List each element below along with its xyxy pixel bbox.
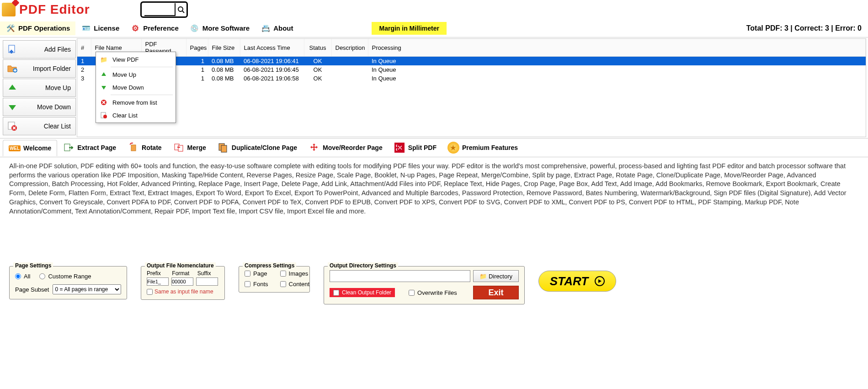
suffix-label: Suffix <box>197 270 219 277</box>
chk-page[interactable]: Page <box>245 270 268 277</box>
page-subset-label: Page Subset <box>15 286 49 293</box>
legend: Compress Settings <box>243 262 296 269</box>
button-label: Move Down <box>37 103 71 111</box>
format-input[interactable] <box>171 277 193 286</box>
tab-label: Merge <box>187 144 206 151</box>
search-input[interactable] <box>144 3 175 16</box>
tab-split[interactable]: Split PDF <box>388 140 442 155</box>
suffix-input[interactable] <box>196 277 218 286</box>
ctx-label: Clear List <box>112 112 138 119</box>
add-files-button[interactable]: Add Files <box>3 40 76 59</box>
radio-all[interactable]: All <box>15 273 30 280</box>
file-grid[interactable]: # File Name PDF Password Pages File Size… <box>77 38 866 137</box>
start-label: START <box>550 274 588 288</box>
clear-list-button[interactable]: Clear List <box>3 117 76 135</box>
exit-button[interactable]: Exit <box>473 286 519 299</box>
tab-label: Welcome <box>23 144 51 152</box>
ctx-move-down[interactable]: Move Down <box>97 81 175 94</box>
menu-license[interactable]: 🪪 License <box>75 21 125 35</box>
output-directory-input[interactable] <box>330 270 470 282</box>
col-index[interactable]: # <box>77 39 91 57</box>
welcome-description: All-in-one PDF solution, PDF editing wit… <box>0 157 868 262</box>
menu-label: PDF Operations <box>18 24 70 32</box>
app-logo: PDF Editor <box>2 2 90 17</box>
move-down-button[interactable]: Move Down <box>3 98 76 116</box>
tab-label: Premium Features <box>462 144 518 151</box>
tools-icon: 🛠️ <box>5 23 16 33</box>
col-last-access[interactable]: Last Access Time <box>240 39 304 57</box>
table-row[interactable]: 110.08 MB06-08-2021 19:06:41OKIn Queue <box>77 57 866 66</box>
ctx-view-pdf[interactable]: 📁 View PDF <box>97 53 175 66</box>
chk-content[interactable]: Content <box>280 281 310 288</box>
move-arrows-icon <box>308 142 320 154</box>
button-label: Import Folder <box>33 65 71 72</box>
page-subset-select[interactable]: 0 = All pages in range <box>53 284 121 294</box>
ctx-move-up[interactable]: Move Up <box>97 68 175 81</box>
menu-label: More Software <box>202 24 250 32</box>
about-icon: 📇 <box>261 23 271 33</box>
search-icon <box>177 6 185 13</box>
menu-more-software[interactable]: 💿 More Software <box>184 21 255 35</box>
menu-label: Preference <box>143 24 179 32</box>
directory-button[interactable]: 📁 Directory <box>473 270 519 282</box>
import-folder-button[interactable]: Import Folder <box>3 59 76 78</box>
tab-move-reorder[interactable]: Move/Reorder Page <box>303 140 388 155</box>
premium-icon: ★ <box>447 142 459 154</box>
ctx-label: Move Up <box>112 71 136 78</box>
chk-images[interactable]: Images <box>280 270 310 277</box>
ctx-label: Remove from list <box>112 99 157 106</box>
prefix-input[interactable] <box>147 277 169 286</box>
tab-welcome[interactable]: WEL Welcome <box>3 140 57 156</box>
overwrite-checkbox[interactable]: Overwrite Files <box>409 289 457 296</box>
button-label: Add Files <box>44 46 71 53</box>
ctx-remove[interactable]: Remove from list <box>97 96 175 109</box>
tab-duplicate[interactable]: Duplicate/Clone Page <box>212 140 303 155</box>
clear-list-icon <box>7 121 18 132</box>
search-button[interactable] <box>175 3 186 16</box>
chk-fonts[interactable]: Fonts <box>245 281 268 288</box>
compress-settings-group: Compress Settings Page Fonts Images Cont… <box>239 266 310 293</box>
start-button[interactable]: START <box>538 271 616 292</box>
tab-merge[interactable]: Merge <box>167 140 212 155</box>
ctx-clear[interactable]: Clear List <box>97 109 175 122</box>
button-label: Clear List <box>44 123 71 130</box>
col-file-size[interactable]: File Size <box>208 39 240 57</box>
menu-about[interactable]: 📇 About <box>255 21 298 35</box>
svg-point-16 <box>103 115 107 118</box>
extract-icon <box>63 142 75 154</box>
format-label: Format <box>172 270 193 277</box>
ctx-label: Move Down <box>112 84 144 91</box>
col-description[interactable]: Description <box>331 39 368 57</box>
table-row[interactable]: 210.08 MB06-08-2021 19:06:45OKIn Queue <box>77 65 866 74</box>
move-up-button[interactable]: Move Up <box>3 79 76 97</box>
svg-rect-18 <box>131 145 136 151</box>
radio-custom-range[interactable]: Custome Range <box>39 273 91 280</box>
col-pages[interactable]: Pages <box>186 39 208 57</box>
clean-output-button[interactable]: Clean Output Folder <box>330 288 395 297</box>
tab-label: Move/Reorder Page <box>323 144 383 151</box>
remove-icon <box>100 98 108 107</box>
license-icon: 🪪 <box>81 23 91 33</box>
rotate-icon <box>127 142 139 154</box>
clean-checkbox[interactable] <box>333 290 339 296</box>
col-processing[interactable]: Processing <box>368 39 866 57</box>
table-row[interactable]: 310.08 MB06-08-2021 19:06:58OKIn Queue <box>77 74 866 83</box>
menu-pdf-operations[interactable]: 🛠️ PDF Operations <box>0 21 75 35</box>
split-icon <box>394 142 405 154</box>
svg-rect-22 <box>221 145 227 152</box>
menu-preference[interactable]: ⚙ Preference <box>125 21 184 35</box>
tab-extract-page[interactable]: Extract Page <box>57 140 122 155</box>
duplicate-icon <box>217 142 229 154</box>
play-icon <box>595 276 605 286</box>
legend: Page Settings <box>13 262 53 269</box>
tab-premium[interactable]: ★ Premium Features <box>442 140 523 155</box>
sidebar: Add Files Import Folder Move Up Move Dow… <box>0 37 77 138</box>
tab-rotate[interactable]: Rotate <box>122 140 167 155</box>
svg-rect-20 <box>178 145 183 151</box>
arrow-up-icon <box>7 82 18 93</box>
col-status[interactable]: Status <box>304 39 331 57</box>
search-box[interactable] <box>140 1 188 18</box>
button-label: Move Up <box>45 84 71 91</box>
same-as-input-checkbox[interactable] <box>147 289 153 295</box>
svg-point-0 <box>178 7 183 11</box>
